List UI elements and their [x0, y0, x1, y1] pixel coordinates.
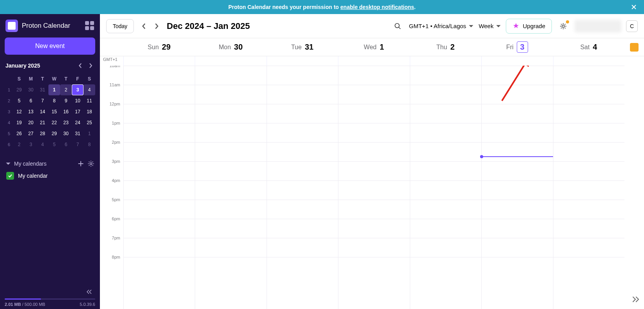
week-day-header[interactable]: Wed1: [338, 38, 409, 56]
user-avatar[interactable]: C: [626, 20, 638, 32]
mini-cal-day[interactable]: 19: [13, 117, 25, 128]
mini-cal-dow: S: [84, 73, 95, 84]
mini-cal-day[interactable]: 13: [25, 106, 37, 117]
hour-label: 3pm: [100, 159, 123, 178]
version-text: 5.0.39.6: [80, 302, 95, 307]
mini-cal-day[interactable]: 15: [48, 106, 60, 117]
calendar-item[interactable]: My calendar: [5, 169, 95, 183]
mini-cal-dow: W: [48, 73, 60, 84]
week-day-header[interactable]: Tue31: [267, 38, 338, 56]
week-grid[interactable]: 10am11am12pm1pm2pm3pm4pm5pm6pm7pm8pm: [100, 66, 644, 309]
view-select[interactable]: Week: [479, 23, 501, 29]
date-range-title: Dec 2024 – Jan 2025: [167, 21, 250, 31]
next-week-button[interactable]: [151, 21, 162, 32]
day-column[interactable]: [195, 66, 266, 309]
mini-cal-day[interactable]: 29: [48, 128, 60, 139]
mini-cal-day[interactable]: 31: [72, 128, 84, 139]
mini-cal-day[interactable]: 28: [37, 128, 48, 139]
user-info: [575, 20, 621, 32]
mini-cal-week-num: 6: [5, 139, 13, 150]
mini-cal-day[interactable]: 16: [60, 106, 72, 117]
settings-notification-dot: [566, 20, 569, 23]
mini-cal-day[interactable]: 20: [25, 117, 37, 128]
mini-cal-day[interactable]: 5: [13, 95, 25, 106]
mini-cal-day[interactable]: 2: [13, 139, 25, 150]
day-column[interactable]: [338, 66, 409, 309]
mini-cal-month: January 2025: [5, 63, 40, 69]
mini-cal-day[interactable]: 7: [37, 95, 48, 106]
storage-bar: [5, 298, 95, 300]
week-day-header[interactable]: Mon30: [195, 38, 266, 56]
svg-point-2: [562, 25, 564, 27]
day-column[interactable]: [123, 66, 195, 309]
upgrade-button[interactable]: Upgrade: [506, 19, 552, 34]
mini-cal-day[interactable]: 23: [60, 117, 72, 128]
day-column[interactable]: [410, 66, 481, 309]
mini-cal-day[interactable]: 26: [13, 128, 25, 139]
mini-cal-day[interactable]: 14: [37, 106, 48, 117]
contacts-icon[interactable]: [630, 43, 639, 52]
hour-label: 7pm: [100, 236, 123, 255]
mini-cal-day[interactable]: 6: [60, 139, 72, 150]
prev-week-button[interactable]: [139, 21, 149, 32]
mini-cal-day[interactable]: 17: [72, 106, 84, 117]
banner-link[interactable]: enable desktop notifications: [340, 4, 414, 10]
calendar-group-header[interactable]: My calendars: [5, 159, 95, 169]
mini-cal-day[interactable]: 31: [37, 84, 48, 95]
mini-cal-dow: M: [25, 73, 37, 84]
today-button[interactable]: Today: [106, 19, 134, 33]
mini-cal-day[interactable]: 1: [84, 128, 95, 139]
mini-cal-day[interactable]: 30: [60, 128, 72, 139]
week-day-header[interactable]: Sat4: [553, 38, 624, 56]
expand-panel-button[interactable]: [631, 296, 640, 305]
mini-cal-day[interactable]: 22: [48, 117, 60, 128]
mini-cal-day[interactable]: 12: [13, 106, 25, 117]
timezone-select[interactable]: GMT+1 • Africa/Lagos: [409, 23, 474, 29]
week-day-header[interactable]: Fri3: [481, 38, 553, 56]
brand-name: Proton Calendar: [22, 22, 70, 30]
mini-cal-week-num: 5: [5, 128, 13, 139]
mini-cal-day[interactable]: 30: [25, 84, 37, 95]
banner-close-button[interactable]: [629, 2, 639, 12]
day-column[interactable]: [481, 66, 553, 309]
collapse-sidebar-button[interactable]: [5, 288, 95, 296]
timezone-label: GMT+1: [100, 56, 123, 66]
new-event-button[interactable]: New event: [5, 38, 95, 55]
search-button[interactable]: [391, 20, 404, 33]
mini-cal-week-num: 2: [5, 95, 13, 106]
mini-cal-day[interactable]: 24: [72, 117, 84, 128]
week-day-header[interactable]: Sun29: [123, 38, 195, 56]
mini-cal-day[interactable]: 9: [60, 95, 72, 106]
mini-cal-day[interactable]: 7: [72, 139, 84, 150]
mini-cal-day[interactable]: 6: [25, 95, 37, 106]
apps-grid-icon[interactable]: [85, 21, 94, 30]
mini-cal-day[interactable]: 18: [84, 106, 95, 117]
mini-cal-day[interactable]: 3: [25, 139, 37, 150]
mini-cal-day[interactable]: 10: [72, 95, 84, 106]
mini-cal-next-button[interactable]: [87, 62, 94, 70]
mini-calendar: SMTWTFS129303112342567891011312131415161…: [5, 73, 95, 150]
mini-cal-prev-button[interactable]: [76, 62, 84, 70]
mini-cal-day[interactable]: 1: [48, 84, 60, 95]
calendar-settings-button[interactable]: [87, 160, 94, 167]
mini-cal-day[interactable]: 27: [25, 128, 37, 139]
calendar-check-icon[interactable]: [6, 172, 14, 180]
mini-cal-day[interactable]: 8: [84, 139, 95, 150]
mini-cal-day[interactable]: 3: [72, 84, 84, 95]
mini-cal-day[interactable]: 4: [84, 84, 95, 95]
day-column[interactable]: [553, 66, 624, 309]
mini-cal-day[interactable]: 11: [84, 95, 95, 106]
day-column[interactable]: [267, 66, 338, 309]
mini-cal-day[interactable]: 21: [37, 117, 48, 128]
hour-label: 4pm: [100, 178, 123, 197]
mini-cal-day[interactable]: 2: [60, 84, 72, 95]
mini-cal-dow: F: [72, 73, 84, 84]
settings-button[interactable]: [557, 20, 570, 33]
mini-cal-day[interactable]: 5: [48, 139, 60, 150]
week-day-header[interactable]: Thu2: [410, 38, 481, 56]
mini-cal-day[interactable]: 8: [48, 95, 60, 106]
add-calendar-button[interactable]: [77, 160, 84, 167]
mini-cal-day[interactable]: 4: [37, 139, 48, 150]
mini-cal-day[interactable]: 25: [84, 117, 95, 128]
mini-cal-day[interactable]: 29: [13, 84, 25, 95]
